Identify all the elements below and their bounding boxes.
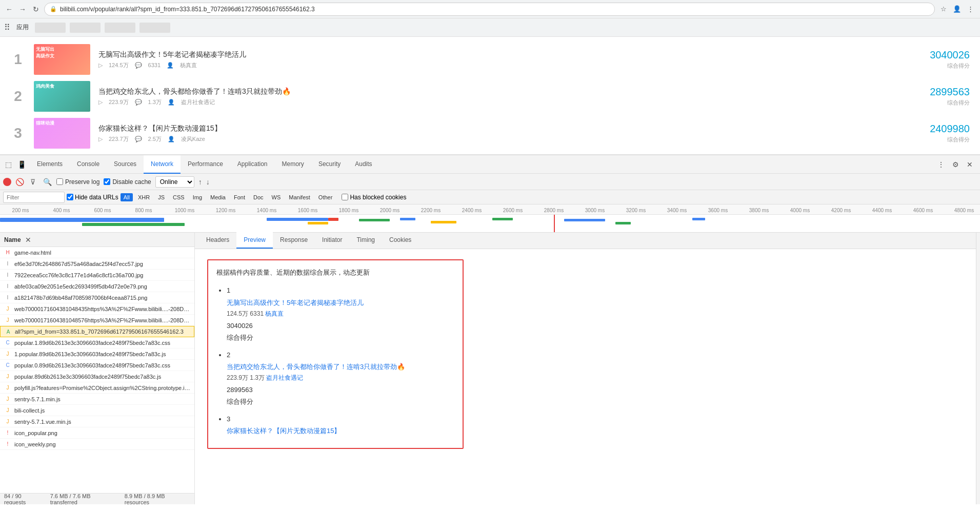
file-item[interactable]: J 1.popular.89d6b2613e3c3096603fadce2489…: [0, 348, 194, 360]
tab-security[interactable]: Security: [311, 155, 348, 174]
author[interactable]: 凌风Kaze: [181, 135, 205, 143]
file-item[interactable]: I abfe03ca09e2051e5edc2693499f5db4d72e0e…: [0, 281, 194, 292]
filter-js[interactable]: JS: [155, 193, 168, 201]
preview-list: 1 无脑写出高级作文！5年老记者揭秘凑字绝活儿 124.5万 6331 杨真直 …: [216, 284, 454, 437]
tab-elements[interactable]: Elements: [30, 155, 70, 174]
rank-title[interactable]: 当把鸡交给东北人，骨头都给你做香了！连啃3只就拉带劲🔥: [98, 87, 922, 96]
filter-css[interactable]: CSS: [170, 193, 188, 201]
tab-memory[interactable]: Memory: [275, 155, 311, 174]
filter-ws[interactable]: WS: [269, 193, 284, 201]
file-item[interactable]: C popular.1.89d6b2613e3c3096603fadce2489…: [0, 337, 194, 348]
more-button[interactable]: ⋮: [965, 4, 976, 15]
file-item[interactable]: J web70000171604381048435https%3A%2F%2Fw…: [0, 303, 194, 315]
file-name: all?spm_id_from=333.851.b_7072696d617279…: [15, 329, 190, 335]
blocked-cookies-label[interactable]: Has blocked cookies: [342, 194, 406, 201]
file-item[interactable]: J bili-collect.js: [0, 405, 194, 416]
file-item[interactable]: J sentry-5.7.1.min.js: [0, 394, 194, 405]
tab-audits[interactable]: Audits: [348, 155, 379, 174]
file-item[interactable]: C popular.0.89d6b2613e3c3096603fadce2489…: [0, 360, 194, 371]
disable-cache-checkbox[interactable]: Disable cache: [104, 178, 151, 186]
address-bar[interactable]: 🔒 bilibili.com/v/popular/rank/all?spm_id…: [44, 3, 935, 16]
rank-title[interactable]: 无脑写出高级作文！5年老记者揭秘凑字绝活儿: [98, 50, 922, 59]
views: 124.5万: [109, 61, 129, 69]
file-list-scroll[interactable]: H game-nav.html I ef6e3d70fc2648867d575a…: [0, 247, 194, 493]
author-link[interactable]: 盗月社食遇记: [266, 374, 303, 381]
tab-application[interactable]: Application: [230, 155, 275, 174]
file-item[interactable]: ! icon_popular.png: [0, 427, 194, 439]
upload-button[interactable]: ↑: [198, 178, 202, 186]
tab-cookies[interactable]: Cookies: [382, 232, 418, 249]
filter-all[interactable]: All: [121, 193, 133, 201]
tab-initiator[interactable]: Initiator: [315, 232, 349, 249]
preserve-log-checkbox[interactable]: Preserve log: [56, 178, 99, 186]
file-name: icon_weekly.png: [14, 441, 190, 447]
rank-title[interactable]: 你家猫长这样？【闲片无数动漫篇15】: [98, 124, 922, 133]
record-button[interactable]: [3, 178, 11, 186]
tab-sources[interactable]: Sources: [107, 155, 144, 174]
refresh-button[interactable]: ↻: [31, 4, 41, 14]
author-icon: 👤: [168, 136, 175, 142]
author-link[interactable]: 杨真直: [265, 310, 284, 317]
filter-doc[interactable]: Doc: [250, 193, 267, 201]
profile-button[interactable]: 👤: [951, 4, 963, 15]
filter-media[interactable]: Media: [207, 193, 229, 201]
tab-preview[interactable]: Preview: [236, 232, 273, 249]
author[interactable]: 杨真直: [180, 61, 197, 69]
search-button[interactable]: 🔍: [42, 177, 52, 187]
item-title-link[interactable]: 你家猫长这样？【闲片无数动漫篇15】: [227, 427, 341, 435]
apps-icon[interactable]: ⠿: [4, 23, 10, 32]
filter-input[interactable]: [3, 192, 65, 203]
file-item-selected[interactable]: A all?spm_id_from=333.851.b_7072696d6172…: [0, 326, 194, 337]
file-item[interactable]: I 7922ecea5cc76fe3c8c177e1d4a6c8cf1c36a7…: [0, 270, 194, 281]
file-list-name-col: Name: [4, 236, 21, 243]
file-item[interactable]: H game-nav.html: [0, 247, 194, 258]
devtools-close-button[interactable]: ✕: [964, 158, 976, 171]
back-button[interactable]: ←: [4, 4, 14, 14]
file-type-icon: I: [4, 294, 11, 301]
devtools-more-button[interactable]: ⋮: [935, 158, 947, 171]
devtools-settings-button[interactable]: ⚙: [949, 158, 962, 171]
item-title-link[interactable]: 当把鸡交给东北人，骨头都给你做香了！连啃3只就拉带劲🔥: [227, 363, 405, 371]
rank-number: 3: [10, 125, 26, 141]
file-type-icon: C: [4, 362, 11, 369]
file-item[interactable]: ! icon_weekly.png: [0, 439, 194, 450]
tab-timing[interactable]: Timing: [349, 232, 382, 249]
tab-performance[interactable]: Performance: [181, 155, 230, 174]
hide-data-urls-label[interactable]: Hide data URLs: [67, 194, 118, 201]
file-item[interactable]: J polyfill.js?features=Promise%2CObject.…: [0, 382, 194, 394]
download-button[interactable]: ↓: [206, 178, 210, 186]
apps-label: 应用: [16, 23, 29, 32]
author[interactable]: 盗月社食遇记: [181, 98, 215, 106]
tab-console[interactable]: Console: [70, 155, 107, 174]
filter-font[interactable]: Font: [231, 193, 248, 201]
filter-button[interactable]: ⊽: [28, 177, 38, 187]
clear-button[interactable]: 🚫: [15, 178, 24, 186]
bookmark-button[interactable]: ☆: [938, 4, 949, 15]
file-name: icon_popular.png: [14, 430, 190, 436]
throttle-select[interactable]: Online Offline Slow 3G Fast 3G: [155, 176, 194, 188]
filter-img[interactable]: Img: [190, 193, 205, 201]
filter-xhr[interactable]: XHR: [135, 193, 153, 201]
file-item[interactable]: J popular.89d6b2613e3c3096603fadce2489f7…: [0, 371, 194, 382]
file-item[interactable]: I a1821478b7d69bb48af7085987006bf4ceaa87…: [0, 292, 194, 303]
tab-headers[interactable]: Headers: [199, 232, 236, 249]
file-type-icon: I: [4, 283, 11, 290]
close-detail-button[interactable]: ✕: [25, 236, 31, 244]
cursor-button[interactable]: ⬚: [2, 158, 14, 171]
rank-thumbnail[interactable]: 鸡肉美食: [34, 81, 90, 112]
file-item[interactable]: I ef6e3d70fc2648867d575a468adac25f4d7ecc…: [0, 258, 194, 270]
tab-network[interactable]: Network: [144, 155, 181, 174]
file-item[interactable]: J web70000171604381048576https%3A%2F%2Fw…: [0, 315, 194, 326]
rank-thumbnail[interactable]: 猫咪动漫: [34, 118, 90, 149]
filter-other[interactable]: Other: [315, 193, 336, 201]
filter-manifest[interactable]: Manifest: [286, 193, 313, 201]
item-title-link[interactable]: 无脑写出高级作文！5年老记者揭秘凑字绝活儿: [227, 299, 364, 306]
tab-response[interactable]: Response: [273, 232, 315, 249]
file-name: ef6e3d70fc2648867d575a468adac25f4d7ecc57…: [14, 261, 190, 267]
file-item[interactable]: J sentry-5.7.1.vue.min.js: [0, 416, 194, 427]
mobile-button[interactable]: 📱: [15, 158, 28, 171]
forward-button[interactable]: →: [17, 4, 28, 14]
rank-thumbnail[interactable]: 无脑写出高级作文: [34, 44, 90, 75]
rank-info: 你家猫长这样？【闲片无数动漫篇15】 ▷ 223.7万 💬 2.5万 👤 凌风K…: [98, 124, 922, 143]
preview-box: 根据稿件内容质量、近期的数据综合展示，动态更新 1 无脑写出高级作文！5年老记者…: [207, 259, 464, 449]
